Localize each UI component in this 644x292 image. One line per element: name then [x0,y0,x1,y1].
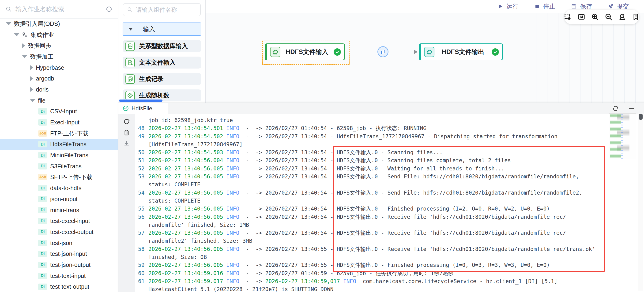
di-badge: Di [38,119,47,126]
tree-item-test-json-input[interactable]: Ditest-json-input [0,248,118,259]
dice-icon [126,91,135,100]
stop-button[interactable]: 停止 [534,2,556,11]
tree-item-CSV-Input[interactable]: DiCSV-Input [0,106,118,117]
log-line-54: 542026-02-27 13:40:56.005 INFO - -> 2026… [138,189,644,197]
tree-item-label: test-text-input [50,272,86,279]
di-badge: Di [38,196,47,202]
tree-item-test-text-input[interactable]: Ditest-text-input [0,270,118,281]
di-badge: Di [38,108,47,115]
log-line-51: 512026-02-27 13:40:56.004 INFO - -> 2026… [138,156,644,164]
log-line-wrap: status: COMPLETE [138,180,644,188]
log-scrollbar-thumb[interactable] [639,114,642,120]
tree-item-label: Execl-Input [50,119,80,126]
tree-item-HdfsFileTrans[interactable]: DiHdfsFileTrans [0,139,118,150]
tree-item-数据引入层(ODS)[interactable]: 数据引入层(ODS) [0,18,118,29]
sync-icon[interactable] [612,105,619,112]
generate-records-icon [126,74,135,84]
submit-button[interactable]: 提交 [608,2,629,11]
node-label: HDFS文件输出 [438,48,488,56]
log-line-53: 532026-02-27 13:40:56.005 INFO - -> 2026… [138,173,644,180]
component-group-input[interactable]: 输入 [122,23,201,36]
log-tab-hdfsfile[interactable]: HdfsFile... [118,103,168,114]
di-badge: Di [38,251,47,257]
tree-item-json-ouput[interactable]: Dijson-ouput [0,194,118,205]
tree-item-SFTP-上传-下载[interactable]: JobSFTP-上传-下载 [0,172,118,183]
component-label: 生成记录 [139,75,164,83]
tree-item-test-execl-output[interactable]: Ditest-execl-output [0,226,118,237]
log-line-wrap: [HdfsFileTrans_1772170849967] [138,140,644,148]
collapse-arrow-icon[interactable] [22,43,25,48]
tree-item-test-text-output[interactable]: Ditest-text-output [0,281,118,292]
log-minimap[interactable] [609,113,636,159]
expand-arrow-icon[interactable] [30,99,35,102]
tree-item-MinioFileTrans[interactable]: DiMinioFileTrans [0,150,118,161]
tree-item-file[interactable]: file [0,95,118,106]
log-output[interactable]: job id: 62598_job.ktr true482026-02-27 1… [135,114,644,292]
job-badge: Job [38,130,47,137]
component-search-box [123,3,201,16]
log-scrollbar-track[interactable] [638,113,643,290]
tree-item-数据加工[interactable]: 数据加工 [0,51,118,62]
canvas-view-toolbar [564,10,639,24]
download-icon[interactable] [123,140,130,147]
tree-item-集成作业[interactable]: 集成作业 [0,29,118,40]
expand-arrow-icon[interactable] [14,33,19,36]
text-file-input-icon [126,58,135,67]
refresh-icon[interactable] [123,118,130,125]
collapse-arrow-icon[interactable] [30,87,33,92]
copy-step-icon[interactable] [378,46,388,57]
minimize-icon[interactable] [628,105,635,112]
tree-item-label: json-ouput [50,196,78,203]
tree-item-test-json-output[interactable]: Ditest-json-output [0,259,118,270]
component-group-label: 输入 [143,25,155,33]
horizontal-scrollbar[interactable] [119,100,162,102]
search-icon [127,7,133,13]
tree-item-argodb[interactable]: argodb [0,73,118,84]
tree-item-label: data-to-hdfs [50,185,81,191]
tree-item-数据同步[interactable]: 数据同步 [0,40,118,51]
marquee-select-icon[interactable] [564,13,572,21]
save-button[interactable]: 保存 [571,2,592,11]
minimap-icon[interactable] [578,13,586,21]
tree-item-Hyperbase[interactable]: Hyperbase [0,62,118,73]
collapse-arrow-icon[interactable] [30,65,33,70]
zoom-out-icon[interactable] [604,13,612,21]
job-search-input[interactable] [15,6,102,13]
trash-icon[interactable] [123,129,130,136]
component-文本文件输入[interactable]: 文本文件输入 [122,57,201,69]
bookmark-icon[interactable] [632,13,640,21]
di-badge: Di [38,141,47,147]
di-badge: Di [38,207,47,213]
component-search-input[interactable] [136,6,197,13]
tree-item-data-to-hdfs[interactable]: Didata-to-hdfs [0,183,118,194]
tree-item-label: test-execl-input [50,218,90,224]
collapse-arrow-icon[interactable] [30,76,33,81]
flow-canvas[interactable]: 运行停止保存提交 HDFS文件输入 HDFS [206,0,644,103]
tree-item-doris[interactable]: doris [0,84,118,95]
zoom-in-icon[interactable] [591,13,599,21]
log-line-60: 602026-02-27 13:40:59.016 INFO - -> 2026… [138,269,644,277]
log-line-57: 572026-02-27 13:40:56.005 INFO - -> 2026… [138,229,644,237]
component-关系型数据库输入[interactable]: 关系型数据库输入 [122,40,201,52]
log-line-61: 612026-02-27 13:40:59.017 INFO - -> 2026… [138,277,644,285]
button-label: 保存 [580,2,592,11]
tree-item-Execl-Input[interactable]: DiExecl-Input [0,117,118,128]
expand-arrow-icon[interactable] [22,55,27,58]
crosshair-icon[interactable] [106,6,112,13]
tree-item-test-json[interactable]: Ditest-json [0,237,118,248]
locate-pin-icon[interactable] [618,13,626,21]
tree-item-minio-trans[interactable]: Diminio-trans [0,205,118,216]
node-hdfs-output[interactable]: HDFS文件输出 [419,44,503,60]
log-tab-label: HdfsFile... [132,105,157,112]
run-button[interactable]: 运行 [497,2,518,11]
di-badge: Di [38,273,47,279]
log-line-wrap: status: COMPLETE [138,197,644,205]
tree-item-test-execl-input[interactable]: Ditest-execl-input [0,215,118,226]
log-line-48: 482026-02-27 13:40:54.501 INFO - -> 2026… [138,124,644,132]
tree-item-FTP-上传-下载[interactable]: JobFTP-上传-下载 [0,128,118,139]
tree-item-S3FileTrans[interactable]: DiS3FileTrans [0,161,118,172]
database-icon [126,42,135,51]
node-hdfs-input[interactable]: HDFS文件输入 [265,44,345,60]
expand-arrow-icon[interactable] [6,22,11,25]
component-生成记录[interactable]: 生成记录 [122,73,201,85]
